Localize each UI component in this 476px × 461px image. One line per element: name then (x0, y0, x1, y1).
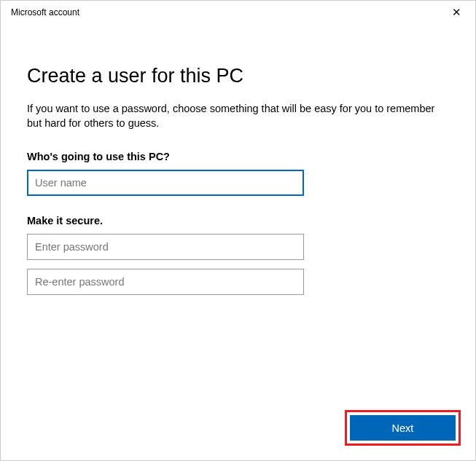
page-title: Create a user for this PC (27, 65, 449, 87)
next-button[interactable]: Next (350, 415, 456, 441)
confirm-password-input[interactable] (27, 269, 304, 295)
password-input[interactable] (27, 234, 304, 260)
close-icon[interactable]: ✕ (448, 6, 465, 19)
username-label: Who's going to use this PC? (27, 151, 449, 162)
footer: Next (345, 410, 461, 446)
password-group: Make it secure. (27, 215, 449, 295)
username-group: Who's going to use this PC? (27, 151, 449, 196)
content-area: Create a user for this PC If you want to… (1, 24, 475, 295)
page-subtext: If you want to use a password, choose so… (27, 102, 449, 130)
password-label: Make it secure. (27, 215, 449, 226)
username-input[interactable] (27, 170, 304, 196)
titlebar: Microsoft account ✕ (1, 1, 475, 24)
window-title: Microsoft account (11, 7, 79, 17)
next-button-highlight: Next (345, 410, 461, 446)
